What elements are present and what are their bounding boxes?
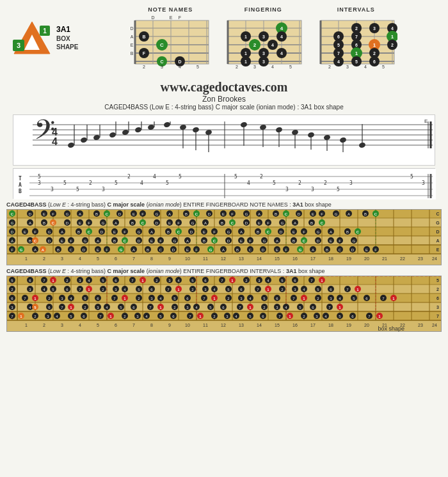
svg-text:5: 5	[166, 180, 169, 186]
svg-text:E: E	[436, 247, 440, 252]
fingering-fretboard: 4 1 3 4 2 4 1 3	[221, 15, 305, 70]
svg-text:G: G	[84, 239, 87, 243]
svg-text:G: G	[48, 230, 51, 234]
note-names-fretboard: D A E B C B F C	[129, 15, 212, 70]
svg-text:E: E	[113, 230, 116, 234]
svg-text:G: G	[227, 230, 230, 234]
svg-text:F: F	[179, 15, 181, 20]
svg-text:B: B	[310, 221, 313, 225]
fingerboard-notes-title: CAGED4BASS (Low E : 4-string bass) C maj…	[6, 201, 442, 208]
svg-text:C: C	[34, 239, 37, 243]
fingerboard-intervals-title: CAGED4BASS (Low E : 4-string bass) C maj…	[6, 268, 442, 274]
svg-text:4: 4	[271, 43, 274, 47]
svg-text:15: 15	[275, 256, 280, 261]
svg-text:B: B	[185, 212, 188, 216]
svg-text:14: 14	[257, 256, 262, 261]
svg-text:A: A	[186, 239, 189, 243]
fbi-title-bold2: C major scale	[108, 268, 145, 274]
svg-text:D: D	[262, 248, 265, 252]
svg-text:A: A	[61, 230, 63, 234]
svg-text:1: 1	[25, 323, 28, 327]
svg-text:4: 4	[280, 26, 284, 31]
svg-text:E: E	[203, 230, 205, 234]
svg-text:F: F	[231, 212, 234, 216]
svg-text:1: 1	[25, 256, 28, 261]
svg-text:19: 19	[346, 323, 351, 327]
svg-text:A: A	[19, 182, 22, 188]
svg-text:4: 4	[271, 65, 274, 69]
svg-text:1: 1	[244, 59, 247, 64]
svg-text:A: A	[240, 230, 243, 234]
svg-text:B: B	[131, 221, 134, 225]
svg-text:F: F	[303, 230, 305, 234]
svg-text:24: 24	[432, 323, 437, 327]
svg-text:7: 7	[355, 35, 358, 39]
svg-text:C: C	[88, 230, 91, 234]
svg-text:7: 7	[337, 51, 340, 56]
svg-text:G: G	[317, 230, 320, 234]
svg-text:G: G	[66, 212, 69, 216]
svg-text:9: 9	[168, 323, 171, 327]
svg-text:A: A	[150, 230, 153, 234]
svg-text:A: A	[276, 239, 278, 243]
svg-text:C: C	[303, 239, 306, 243]
svg-text:A: A	[115, 221, 117, 225]
fb-title-end1: ENTIRE FINGERBOARD NOTE NAMES : 3A1 box …	[183, 201, 332, 208]
svg-text:4: 4	[247, 180, 250, 186]
svg-text:F: F	[159, 239, 162, 243]
svg-text:4: 4	[280, 35, 283, 39]
svg-text:17: 17	[310, 323, 316, 327]
svg-text:6: 6	[115, 256, 117, 261]
svg-text:A: A	[132, 248, 135, 252]
svg-text:C: C	[177, 230, 180, 234]
svg-text:5: 5	[179, 174, 182, 180]
svg-text:B: B	[364, 212, 367, 216]
svg-text:E: E	[365, 248, 368, 252]
svg-rect-566	[7, 285, 442, 293]
svg-text:F: F	[34, 230, 36, 234]
svg-text:D: D	[29, 212, 32, 216]
diagrams-area: NOTE NAMES	[91, 6, 435, 70]
svg-text:3: 3	[262, 51, 265, 56]
svg-text:A: A	[29, 221, 31, 225]
svg-text:9: 9	[168, 256, 171, 261]
svg-text:D: D	[66, 221, 69, 225]
svg-text:D: D	[208, 212, 211, 216]
fb-title-bold2: C major scale	[108, 201, 145, 208]
svg-text:G: G	[263, 239, 266, 243]
svg-text:E: E	[131, 43, 134, 47]
svg-text:F: F	[267, 221, 269, 225]
fbi-title-italic2: (ionian mode)	[147, 268, 184, 274]
svg-text:D: D	[179, 59, 182, 64]
svg-text:14: 14	[257, 323, 262, 327]
svg-text:A: A	[204, 221, 207, 225]
box-shape-label: box shape	[378, 325, 404, 332]
fbi-title-italic1: (Low E : 4-string bass)	[48, 268, 108, 274]
svg-text:F: F	[141, 212, 144, 216]
svg-text:G: G	[102, 221, 105, 225]
svg-text:C: C	[161, 59, 164, 64]
svg-text:13: 13	[239, 323, 244, 327]
svg-text:A: A	[222, 248, 225, 252]
svg-text:5: 5	[38, 174, 41, 180]
svg-text:B: B	[143, 35, 146, 39]
svg-text:F: F	[213, 230, 216, 234]
svg-text:5: 5	[382, 65, 385, 69]
svg-text:11: 11	[203, 256, 208, 261]
svg-text:G: G	[138, 230, 141, 234]
svg-text:A: A	[42, 248, 45, 252]
svg-text:T: T	[19, 176, 22, 182]
svg-text:5: 5	[289, 65, 292, 69]
svg-text:E: E	[168, 221, 171, 225]
svg-text:D: D	[83, 248, 86, 252]
svg-text:G: G	[299, 248, 302, 252]
svg-text:6: 6	[373, 59, 376, 64]
svg-text:G: G	[335, 212, 338, 216]
svg-text:2: 2	[260, 174, 263, 180]
svg-text:7: 7	[436, 314, 439, 318]
caged-logo: 3 1 3A1 BOX SHAPE	[13, 20, 78, 56]
svg-text:3: 3	[262, 35, 265, 39]
svg-text:10: 10	[185, 256, 190, 261]
svg-text:E: E	[240, 239, 243, 243]
svg-text:6: 6	[436, 296, 439, 301]
